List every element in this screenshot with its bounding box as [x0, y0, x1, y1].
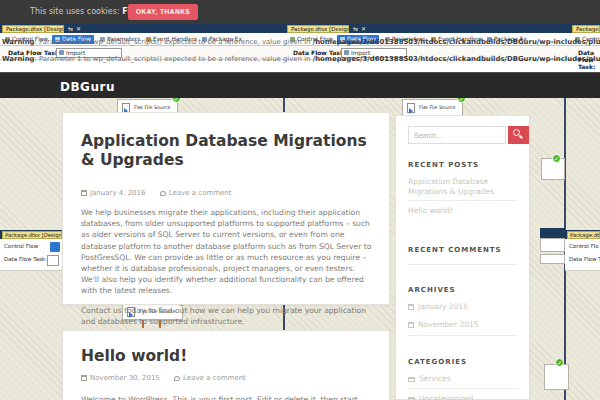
control-flow-label: Control Flow [4, 243, 38, 249]
ssis-canvas-background: Flat File Source ✓ Flat File Source ✓ Fl… [0, 98, 600, 400]
warning-prefix: Warning [2, 38, 35, 46]
warning-text: : Parameter 1 to wp_default_scripts() ex… [35, 38, 313, 46]
search-input[interactable] [408, 126, 506, 144]
post-meta: January 4, 2016 Leave a comment [81, 189, 244, 197]
post-card: Application Database Migrations & Upgrad… [62, 112, 390, 305]
ssis-tile-fragment: Package.dtsx [Design] Control Flo Data F… [565, 230, 600, 320]
recent-posts-heading: RECENT POSTS [408, 161, 479, 169]
post-title-link[interactable]: Hello world! [81, 347, 381, 366]
post-card: Hello world! November 30, 2015 Leave a c… [62, 330, 390, 400]
post-comments-link[interactable]: Leave a comment [174, 374, 246, 382]
check-icon: ✓ [552, 154, 561, 163]
sidebar: RECENT POSTS Application Database Migrat… [395, 115, 530, 400]
archive-label: January 2016 [418, 302, 468, 311]
task-icon-box [47, 255, 59, 266]
post-date: November 30, 2015 [90, 374, 160, 382]
package-tab: Package.dtsx [Design] [572, 25, 600, 33]
warning-prefix: Warning [2, 55, 35, 63]
sidebar-link-category[interactable]: Services [408, 374, 516, 384]
calendar-icon [408, 322, 414, 328]
sidebar-link-archive[interactable]: November 2015 [408, 320, 516, 330]
sidebar-link-post[interactable]: Application Database Migrations & Upgrad… [408, 177, 516, 197]
close-icon: ✕ [361, 25, 366, 32]
cookie-notice-bar: This site uses cookies: Find out more. O… [0, 0, 600, 24]
ssis-strip-background: Package.dtsx [Design] ⇆ ✕ Package.dtsx [… [0, 24, 600, 72]
close-icon: ✕ [76, 25, 81, 32]
package-tab: Package.dtsx [Design] [567, 231, 600, 239]
flat-file-source-box: Flat File Source [402, 99, 463, 116]
category-label: Services [419, 374, 451, 383]
sidebar-link-archive[interactable]: January 2016 [408, 302, 516, 312]
ssis-navy-fragment [540, 228, 565, 238]
package-tab: Package.dtsx [Design] [2, 231, 62, 239]
post-comments: Leave a comment [169, 189, 232, 197]
flat-file-source-label: Flat File Source [419, 105, 455, 110]
php-warning: Warning: Parameter 1 to wp_default_scrip… [2, 38, 600, 46]
page: Flat File Source ✓ Flat File Source ✓ Fl… [0, 0, 600, 400]
post-paragraph: Contact us today to find out how we can … [81, 305, 375, 327]
data-flow-task-label: Data Flow Task: [4, 256, 47, 262]
post-title-link[interactable]: Application Database Migrations & Upgrad… [81, 132, 381, 170]
post-date-link[interactable]: January 4, 2016 [81, 189, 145, 197]
site-header: DBGuru [0, 72, 600, 98]
package-tab: Package.dtsx [Design] [2, 25, 64, 33]
category-label: Uncategorized [419, 394, 473, 400]
document-icon [407, 103, 415, 113]
cookie-accept-button[interactable]: OKAY, THANKS [128, 4, 198, 20]
flat-file-source-label: Flat File Source [134, 105, 170, 110]
data-flow-icon [50, 242, 60, 252]
comment-icon [174, 376, 180, 381]
post-date-link[interactable]: November 30, 2015 [81, 374, 160, 382]
search-button[interactable] [508, 126, 529, 144]
post-body: Welcome to WordPress. This is your first… [81, 394, 375, 400]
post-meta: November 30, 2015 Leave a comment [81, 374, 258, 382]
post-paragraph: Welcome to WordPress. This is your first… [81, 394, 375, 400]
folder-icon [408, 377, 415, 382]
check-icon: ✓ [555, 358, 564, 367]
control-flow-label: Control Flo [569, 243, 599, 249]
recent-comments-heading: RECENT COMMENTS [408, 246, 502, 254]
search-icon [513, 129, 520, 136]
warning-path: /homepages/3/d601388503/htdocs/clickandb… [313, 55, 600, 63]
calendar-icon [81, 375, 87, 381]
divider [408, 200, 518, 201]
data-flow-task-label: Data Flow Ta [569, 256, 600, 262]
calendar-icon [81, 190, 87, 196]
swap-icon: ⇆ [353, 25, 358, 32]
warning-path: /homepages/3/d601388503/htdocs/clickandb… [313, 38, 600, 46]
cookie-text: This site uses cookies: [30, 7, 120, 16]
comment-icon [160, 191, 166, 196]
archives-heading: ARCHIVES [408, 286, 456, 294]
post-date: January 4, 2016 [90, 189, 145, 197]
divider [408, 335, 518, 336]
ssis-box-fragment [540, 254, 565, 264]
swap-icon: ⇆ [68, 25, 73, 32]
post-body: We help businesses migrate their applica… [81, 207, 375, 335]
categories-heading: CATEGORIES [408, 358, 467, 366]
divider [408, 388, 518, 389]
post-comments-link[interactable]: Leave a comment [160, 189, 232, 197]
ssis-tile-fragment: Package.dtsx [Design] Control Flow Data … [0, 230, 62, 320]
post-comments: Leave a comment [183, 374, 246, 382]
warning-text: : Parameter 1 to wp_default_scripts() ex… [35, 55, 313, 63]
site-title-link[interactable]: DBGuru [60, 80, 115, 94]
package-tab: Package.dtsx [Design] [287, 25, 349, 33]
php-warning: Warning: Parameter 1 to wp_default_scrip… [2, 55, 600, 63]
post-paragraph: We help businesses migrate their applica… [81, 207, 375, 297]
ssis-box-fragment [540, 238, 565, 252]
calendar-icon [408, 304, 414, 310]
archive-label: November 2015 [418, 320, 479, 329]
sidebar-link-post[interactable]: Hello world! [408, 206, 516, 216]
designer-tab-bar: Package.dtsx [Design] ⇆ ✕ Package.dtsx [… [0, 24, 600, 33]
sidebar-link-category[interactable]: Uncategorized [408, 394, 516, 400]
divider [408, 264, 518, 265]
ssis-box-fragment [544, 364, 569, 390]
